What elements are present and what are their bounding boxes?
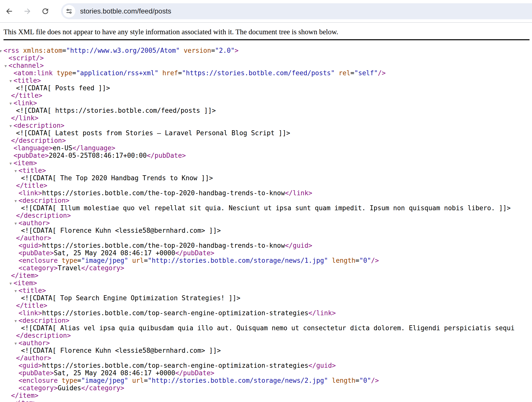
reload-button[interactable] xyxy=(41,7,50,16)
xml-tag: <item> xyxy=(14,159,37,167)
xml-text: Guides xyxy=(58,384,81,392)
xml-tag: </pubDate> xyxy=(147,152,186,159)
xml-attribute-name: length xyxy=(332,257,355,264)
collapse-arrow-icon[interactable]: ▼ xyxy=(10,160,14,167)
xml-text: <![CDATA[ Illum molestiae quo vel repell… xyxy=(21,204,511,212)
xml-line: ▼<description> xyxy=(0,197,532,204)
xml-line: </description> xyxy=(0,137,532,144)
xml-line: ▼<channel> xyxy=(0,62,532,69)
xml-tag: <title> xyxy=(14,77,41,84)
xml-tag: <channel> xyxy=(9,62,44,69)
xml-line: <![CDATA[ The Top 2020 Handbag Trends to… xyxy=(0,174,532,182)
collapse-arrow-icon[interactable]: ▼ xyxy=(10,280,14,287)
xml-attribute-value: "0" xyxy=(359,377,371,384)
xml-line: <script/> xyxy=(0,54,532,62)
site-info-button[interactable] xyxy=(63,5,75,18)
xml-attribute-value: "2.0" xyxy=(215,47,234,54)
xml-tag: /> xyxy=(371,377,379,384)
xml-line: <![CDATA[ Alias vel ipsa quia quibusdam … xyxy=(0,324,532,332)
url-text[interactable]: stories.botble.com/feed/posts xyxy=(80,3,171,19)
xml-text xyxy=(180,47,184,54)
xml-text: = xyxy=(144,377,148,384)
xml-text: Sat, 25 May 2024 08:46:17 +0000 xyxy=(54,249,175,257)
xml-line: <![CDATA[ Illum molestiae quo vel repell… xyxy=(0,204,532,212)
xml-text xyxy=(128,377,132,384)
xml-tag: <title> xyxy=(19,287,46,294)
xml-tag: </link> xyxy=(285,189,312,197)
reload-icon xyxy=(41,7,50,16)
xml-tag: <author> xyxy=(19,339,50,347)
xml-text xyxy=(158,69,162,77)
collapse-arrow-icon[interactable]: ▼ xyxy=(15,197,19,205)
xml-line: </title> xyxy=(0,302,532,309)
xml-tag: </title> xyxy=(16,302,47,309)
collapse-arrow-icon[interactable]: ▼ xyxy=(5,62,9,70)
xml-tag: <pubDate> xyxy=(19,369,54,377)
xml-line: <language>en-US</language> xyxy=(0,144,532,152)
xml-tag: </description> xyxy=(16,332,71,339)
xml-attribute-name: xmlns:atom xyxy=(23,47,62,54)
xml-text: https://stories.botble.com/top-search-en… xyxy=(42,309,308,317)
xml-line: ▼<link> xyxy=(0,99,532,107)
xml-line: </author> xyxy=(0,234,532,242)
xml-line: <![CDATA[ https://stories.botble.com/fee… xyxy=(0,107,532,114)
xml-text xyxy=(328,257,332,264)
xml-text: <![CDATA[ Florence Kuhn <lessie58@bernha… xyxy=(21,347,221,354)
xml-line: ▼<item> xyxy=(0,279,532,287)
xml-attribute-value: "https://stories.botble.com/feed/posts" xyxy=(182,69,335,77)
collapse-arrow-icon[interactable]: ▼ xyxy=(10,100,14,107)
xml-tag: </category> xyxy=(81,264,124,272)
xml-text: <![CDATA[ Top Search Engine Optimization… xyxy=(21,294,240,302)
xml-text: Sat, 25 May 2024 08:46:17 +0000 xyxy=(54,369,175,377)
xml-line: <![CDATA[ Top Search Engine Optimization… xyxy=(0,294,532,302)
xml-text: = xyxy=(144,257,148,264)
xml-tag: <atom:link xyxy=(14,69,57,77)
xml-tag: </item> xyxy=(11,392,39,399)
xml-tag: </link> xyxy=(308,309,336,317)
collapse-arrow-icon[interactable]: ▼ xyxy=(10,77,14,85)
xml-tag: <pubDate> xyxy=(14,152,49,159)
xml-line: ▼<item> xyxy=(0,399,532,402)
collapse-arrow-icon[interactable]: ▼ xyxy=(15,220,19,227)
collapse-arrow-icon[interactable]: ▼ xyxy=(0,47,4,55)
xml-text: = xyxy=(350,69,354,77)
collapse-arrow-icon[interactable]: ▼ xyxy=(15,317,19,325)
xml-line: ▼<item> xyxy=(0,159,532,167)
xml-line: <link>https://stories.botble.com/the-top… xyxy=(0,189,532,197)
xml-attribute-value: "http://stories.botble.com/storage/news/… xyxy=(148,257,328,264)
xml-attribute-name: type xyxy=(62,257,77,264)
xml-text: https://stories.botble.com/top-search-en… xyxy=(42,362,308,369)
xml-tag: <language> xyxy=(14,144,53,152)
xml-tag: <author> xyxy=(19,219,50,227)
collapse-arrow-icon[interactable]: ▼ xyxy=(15,340,19,347)
xml-text: = xyxy=(62,47,66,54)
forward-button[interactable] xyxy=(23,7,32,16)
collapse-arrow-icon[interactable]: ▼ xyxy=(15,167,19,175)
xml-tag: <category> xyxy=(19,264,58,272)
collapse-arrow-icon[interactable]: ▼ xyxy=(10,400,14,402)
xml-text: = xyxy=(77,257,81,264)
xml-text: = xyxy=(355,257,359,264)
xml-tag: </link> xyxy=(11,114,39,122)
xml-tag: /> xyxy=(371,257,379,264)
xml-line: ▼<author> xyxy=(0,339,532,347)
xml-line: <category>Guides</category> xyxy=(0,384,532,392)
xml-tag: <item> xyxy=(14,399,37,402)
collapse-arrow-icon[interactable]: ▼ xyxy=(15,287,19,295)
xml-text: <![CDATA[ Alias vel ipsa quia quibusdam … xyxy=(21,324,514,332)
address-bar[interactable]: stories.botble.com/feed/posts xyxy=(61,3,532,19)
xml-text: https://stories.botble.com/the-top-2020-… xyxy=(42,189,285,197)
xml-tag: <guid> xyxy=(19,362,42,369)
xml-text: <![CDATA[ Florence Kuhn <lessie58@bernha… xyxy=(21,227,221,234)
xml-attribute-name: type xyxy=(57,69,72,77)
xml-tag: </author> xyxy=(16,234,51,242)
collapse-arrow-icon[interactable]: ▼ xyxy=(10,122,14,130)
xml-text: Travel xyxy=(58,264,81,272)
xml-tag: </guid> xyxy=(285,242,312,249)
xml-line: </description> xyxy=(0,212,532,219)
xml-text: <![CDATA[ Latest posts from Stories – La… xyxy=(16,129,290,137)
back-button[interactable] xyxy=(5,7,14,16)
xml-line: <![CDATA[ Latest posts from Stories – La… xyxy=(0,129,532,137)
xml-tag: </author> xyxy=(16,354,51,362)
xml-tag: <description> xyxy=(19,317,70,324)
